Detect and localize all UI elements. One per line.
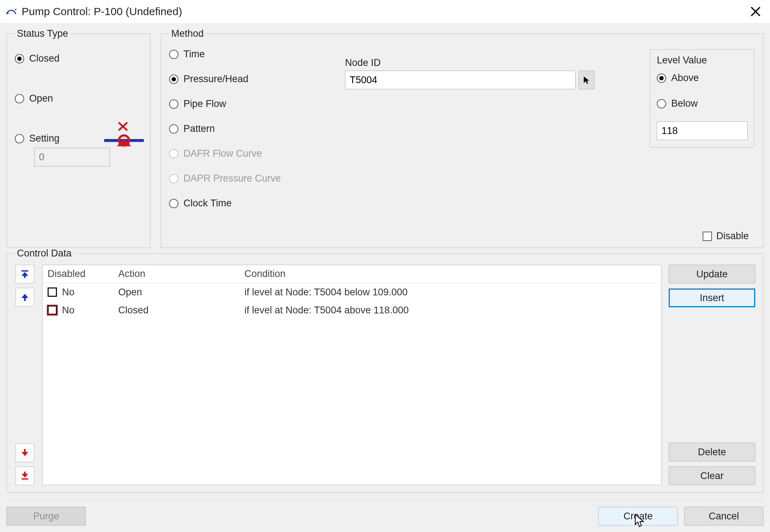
radio-icon (15, 134, 24, 143)
close-icon[interactable] (748, 4, 764, 19)
delete-button[interactable]: Delete (669, 443, 755, 461)
radio-dafr-label: DAFR Flow Curve (183, 148, 262, 159)
radio-below[interactable]: Below (657, 98, 748, 109)
radio-icon (169, 50, 178, 59)
radio-time[interactable]: Time (169, 49, 335, 60)
move-bottom-button[interactable] (16, 466, 34, 485)
app-icon (5, 5, 17, 18)
titlebar: Pump Control: P-100 (Undefined) (0, 0, 770, 23)
radio-clock-time[interactable]: Clock Time (169, 198, 335, 209)
row-action: Closed (118, 305, 244, 316)
disable-checkbox[interactable]: Disable (703, 231, 749, 242)
row-disabled-checkbox[interactable] (48, 287, 57, 297)
radio-dapr: DAPR Pressure Curve (169, 173, 335, 184)
create-button[interactable]: Create (598, 507, 678, 526)
radio-pattern-label: Pattern (183, 123, 215, 134)
table-header: Disabled Action Condition (43, 265, 661, 283)
radio-icon (657, 73, 666, 83)
radio-above-label: Above (671, 72, 699, 84)
arrow-up-icon (20, 292, 30, 302)
radio-icon (15, 94, 24, 103)
arrow-bottom-icon (20, 471, 30, 481)
radio-closed[interactable]: Closed (15, 53, 142, 64)
svg-rect-9 (24, 298, 26, 301)
radio-above[interactable]: Above (657, 72, 748, 84)
cursor-arrow-icon (582, 75, 591, 85)
control-buttons: Update Insert Delete Clear (669, 265, 755, 485)
radio-icon (15, 54, 24, 63)
svg-point-0 (7, 13, 9, 14)
radio-dafr: DAFR Flow Curve (169, 148, 335, 159)
arrow-down-icon (20, 448, 30, 458)
pump-closed-icon (104, 120, 144, 149)
svg-rect-10 (24, 449, 26, 452)
svg-rect-7 (22, 271, 28, 272)
level-value-input[interactable] (657, 121, 748, 140)
dialog-footer: Purge Create Cancel (6, 499, 764, 526)
checkbox-icon (703, 232, 712, 241)
radio-icon (657, 99, 666, 108)
svg-rect-8 (24, 276, 26, 278)
purge-button: Purge (6, 507, 86, 526)
radio-time-label: Time (183, 49, 205, 60)
row-condition: if level at Node: T5004 above 118.000 (244, 305, 661, 316)
status-type-group: Status Type Closed Open Setting (6, 28, 151, 248)
disable-label: Disable (716, 231, 749, 242)
radio-pressure-head-label: Pressure/Head (183, 73, 248, 85)
radio-icon (169, 149, 178, 158)
radio-clock-time-label: Clock Time (183, 198, 232, 209)
move-top-button[interactable] (16, 265, 34, 283)
client-area: Status Type Closed Open Setting (0, 23, 770, 532)
node-id-label: Node ID (345, 57, 594, 68)
radio-icon (169, 99, 178, 109)
row-action: Open (118, 287, 244, 298)
radio-icon (169, 174, 178, 183)
level-value-group: Level Value Above Below (650, 49, 754, 148)
move-up-button[interactable] (16, 288, 34, 307)
move-down-button[interactable] (16, 443, 34, 462)
control-data-group: Control Data (6, 248, 764, 493)
radio-closed-label: Closed (29, 53, 59, 64)
radio-below-label: Below (671, 98, 698, 109)
col-disabled: Disabled (43, 268, 118, 280)
row-condition: if level at Node: T5004 below 109.000 (244, 287, 661, 298)
table-row[interactable]: No Open if level at Node: T5004 below 10… (43, 283, 661, 301)
pump-control-dialog: Pump Control: P-100 (Undefined) Status T… (0, 0, 770, 532)
radio-pipe-flow[interactable]: Pipe Flow (169, 98, 335, 109)
svg-rect-12 (22, 478, 28, 480)
control-data-legend: Control Data (15, 248, 74, 259)
status-type-legend: Status Type (15, 28, 70, 39)
radio-pressure-head[interactable]: Pressure/Head (169, 73, 335, 85)
table-row[interactable]: No Closed if level at Node: T5004 above … (43, 301, 661, 319)
radio-pipe-flow-label: Pipe Flow (183, 98, 226, 109)
radio-pattern[interactable]: Pattern (169, 123, 335, 134)
window-title: Pump Control: P-100 (Undefined) (22, 5, 182, 18)
radio-setting-label: Setting (29, 133, 59, 144)
radio-icon (169, 75, 178, 84)
row-disabled-text: No (62, 287, 75, 298)
level-value-legend: Level Value (657, 55, 748, 66)
node-id-input[interactable] (345, 71, 576, 89)
update-button[interactable]: Update (669, 265, 755, 283)
col-action: Action (118, 268, 244, 280)
col-condition: Condition (244, 268, 661, 280)
row-disabled-checkbox[interactable] (48, 305, 57, 315)
radio-open[interactable]: Open (15, 93, 142, 104)
row-disabled-text: No (62, 305, 75, 316)
node-id-block: Node ID (345, 57, 594, 89)
insert-button[interactable]: Insert (669, 289, 755, 307)
radio-icon (169, 124, 178, 134)
radio-open-label: Open (29, 93, 53, 104)
radio-icon (169, 199, 178, 208)
method-legend: Method (169, 28, 206, 39)
row-move-buttons (15, 265, 35, 485)
cancel-button[interactable]: Cancel (684, 507, 764, 526)
method-group: Method Time Pressure/Head Pipe Flow (161, 28, 764, 248)
radio-dapr-label: DAPR Pressure Curve (183, 173, 281, 184)
control-rules-table[interactable]: Disabled Action Condition No Open if lev… (42, 265, 661, 485)
clear-button[interactable]: Clear (669, 466, 755, 485)
setting-value-input (34, 148, 110, 166)
arrow-top-icon (20, 269, 30, 279)
node-pick-button[interactable] (579, 71, 594, 89)
